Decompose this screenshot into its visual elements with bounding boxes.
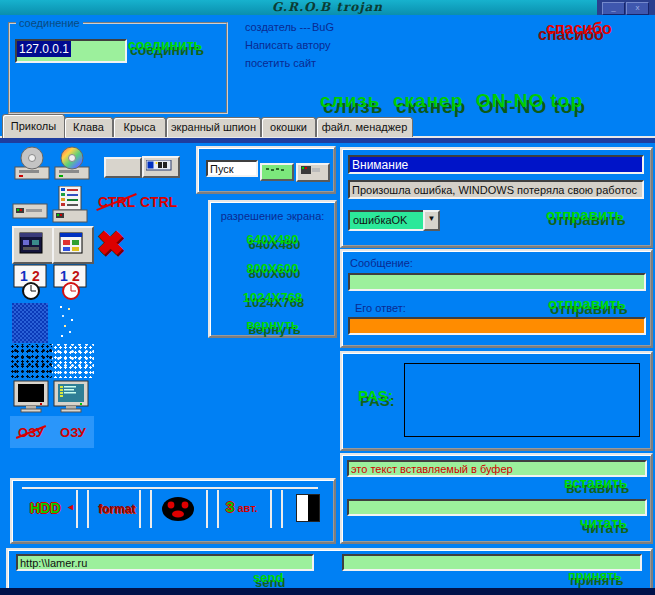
cdrom-open-icon[interactable] — [12, 146, 52, 184]
monitor-on-icon[interactable] — [52, 380, 90, 416]
message-send-button[interactable]: отправить — [548, 295, 626, 312]
resolution-800x600-link[interactable]: 800X600 — [210, 261, 335, 276]
thanks-label: спасибо — [546, 20, 612, 38]
buffer-read-button[interactable]: читать — [580, 515, 627, 531]
connection-group-label: соединение — [16, 17, 83, 29]
calendar-clock-red-icon[interactable]: 12 — [52, 264, 90, 302]
start-hide-button[interactable] — [260, 163, 294, 181]
attention-panel: ошибкаOK ▼ отправить — [340, 147, 653, 248]
tab-windows[interactable]: окошки — [261, 117, 316, 137]
alert-send-button[interactable]: отправить — [546, 206, 624, 223]
start-show-button[interactable] — [296, 163, 330, 182]
creator-label: создатель --- — [245, 21, 311, 33]
tab-mouse[interactable]: Крыса — [113, 117, 166, 137]
ozu-disable-button[interactable]: ОЗУ — [10, 416, 52, 448]
tab-screen-spy[interactable]: экранный шпион — [166, 117, 261, 137]
window-dark-button[interactable] — [12, 226, 54, 264]
buffer-read-input[interactable] — [347, 499, 647, 516]
accept-button[interactable]: принять — [568, 568, 622, 583]
color-window-icon — [59, 232, 83, 254]
reply-label: Его ответ: — [355, 302, 406, 314]
svg-text:1: 1 — [60, 268, 68, 284]
ip-selected-text: 127.0.0.1 — [17, 41, 71, 57]
message-panel: Сообщение: Его ответ: отправить — [340, 249, 653, 348]
banner-label: слизь сканер ON-NO top — [320, 90, 583, 112]
autorun-count-value: 3 — [226, 498, 234, 515]
svg-text:2: 2 — [32, 268, 40, 284]
drive-tray-icon[interactable] — [12, 200, 50, 224]
window-color-button[interactable] — [52, 226, 94, 264]
close-x-icon[interactable]: ✖ — [96, 226, 125, 260]
close-button[interactable]: x — [626, 2, 649, 15]
resolution-panel: разрешение экрана: 640X480 800X600 1024X… — [208, 200, 337, 338]
sparkle-pattern-button[interactable] — [54, 302, 84, 340]
hdd-button[interactable]: HDD — [30, 500, 60, 516]
monitor-off-icon[interactable] — [12, 380, 50, 416]
ctrl-disable-label[interactable]: CTRL — [98, 194, 135, 210]
calendar-clock-black-icon[interactable]: 12 — [12, 264, 50, 302]
resolution-1024x768-link[interactable]: 1024X768 — [210, 290, 335, 305]
window-title: G.R.O.B trojan — [0, 0, 655, 15]
creator-value: BuG — [312, 21, 334, 33]
drive-list-icon[interactable] — [52, 186, 90, 226]
buffer-insert-button[interactable]: вставить — [564, 475, 627, 491]
connection-groupbox: соединение 127.0.0.1 соединить — [8, 22, 228, 114]
drives-panel: HDD ◄ format 3 авт. — [10, 478, 336, 544]
minimize-button[interactable]: _ — [602, 2, 625, 15]
url-panel: send принять — [6, 548, 653, 592]
separator — [76, 490, 89, 528]
alert-message-input[interactable] — [348, 180, 644, 199]
resolution-title: разрешение экрана: — [210, 210, 335, 222]
smiley-icon[interactable] — [160, 496, 196, 524]
blank-button[interactable] — [104, 157, 142, 178]
divider-line — [22, 487, 318, 489]
autorun-count-button[interactable]: 3 авт. — [226, 498, 258, 515]
message-label: Сообщение: — [350, 257, 413, 269]
reply-input[interactable] — [348, 317, 646, 335]
keyboard-icon — [146, 160, 172, 171]
dark-window-icon — [19, 232, 43, 254]
start-panel — [196, 146, 336, 194]
message-input[interactable] — [348, 273, 646, 291]
ozu-enable-label: ОЗУ — [60, 425, 86, 440]
tab-pranks[interactable]: Приколы — [2, 114, 65, 138]
svg-text:1: 1 — [20, 268, 28, 284]
dropdown-arrow-button[interactable]: ▼ — [423, 210, 440, 231]
svg-text:2: 2 — [72, 268, 80, 284]
app-window: G.R.O.B trojan _ x соединение 127.0.0.1 … — [0, 0, 655, 595]
start-text-input[interactable] — [206, 160, 258, 177]
pas-listbox[interactable] — [404, 363, 640, 437]
resolution-revert-link[interactable]: вернуть — [210, 317, 335, 332]
resolution-640x480-link[interactable]: 640X480 — [210, 232, 335, 247]
white-dots-button[interactable] — [52, 344, 94, 378]
tab-file-manager[interactable]: файл. менаджер — [316, 117, 413, 137]
tab-keyboard[interactable]: Клава — [64, 117, 113, 137]
ctrl-enable-label[interactable]: CTRL — [140, 194, 177, 210]
black-dots-button[interactable] — [10, 344, 52, 378]
tab-page-shadow — [0, 138, 655, 143]
buffer-panel: вставить читать — [340, 453, 653, 544]
keyboard-button[interactable] — [142, 156, 180, 178]
cdrom-close-icon[interactable] — [52, 146, 92, 184]
separator — [270, 490, 283, 528]
bw-rectangle-icon[interactable] — [296, 494, 320, 522]
write-author-link[interactable]: Написать автору — [245, 39, 331, 51]
format-button[interactable]: format — [98, 502, 135, 516]
separator — [206, 490, 219, 528]
pas-label: PAS: — [358, 387, 393, 404]
title-bar: G.R.O.B trojan — [0, 0, 655, 15]
ip-input[interactable]: 127.0.0.1 — [15, 39, 127, 63]
error-type-dropdown[interactable]: ошибкаOK ▼ — [348, 210, 440, 231]
alert-caption-input[interactable] — [348, 155, 644, 174]
ozu-enable-button[interactable]: ОЗУ — [52, 416, 94, 448]
error-type-value: ошибкаOK — [353, 214, 407, 226]
url-input[interactable] — [16, 554, 314, 571]
connect-button[interactable]: соединить — [128, 37, 202, 53]
window-bottom-edge — [0, 588, 655, 595]
visit-site-link[interactable]: посетить сайт — [245, 57, 316, 69]
separator — [139, 490, 152, 528]
autorun-count-unit: авт. — [237, 502, 257, 514]
dither-pattern-button[interactable] — [12, 303, 48, 343]
url-send-button[interactable]: send — [253, 570, 283, 585]
hdd-marker: ◄ — [66, 502, 75, 512]
